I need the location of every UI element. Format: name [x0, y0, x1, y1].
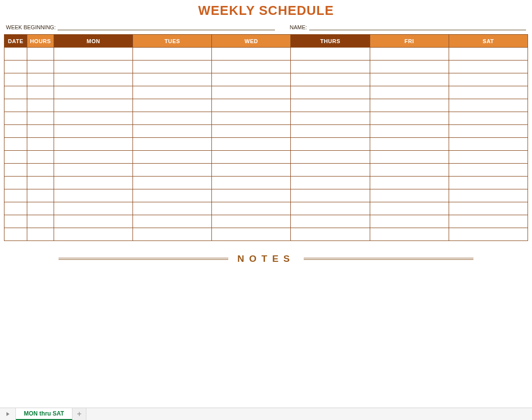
table-cell[interactable]	[212, 151, 291, 164]
table-cell[interactable]	[54, 189, 133, 202]
table-cell[interactable]	[449, 189, 528, 202]
table-cell[interactable]	[54, 177, 133, 189]
tab-nav-next-button[interactable]	[0, 408, 16, 420]
table-cell[interactable]	[54, 73, 133, 86]
table-cell[interactable]	[4, 73, 27, 86]
table-cell[interactable]	[370, 138, 449, 151]
table-cell[interactable]	[370, 164, 449, 177]
table-cell[interactable]	[133, 125, 212, 138]
table-cell[interactable]	[370, 86, 449, 99]
table-cell[interactable]	[27, 73, 54, 86]
table-cell[interactable]	[54, 99, 133, 112]
table-cell[interactable]	[291, 125, 370, 138]
table-cell[interactable]	[4, 202, 27, 215]
table-cell[interactable]	[133, 86, 212, 99]
table-cell[interactable]	[449, 202, 528, 215]
table-cell[interactable]	[54, 86, 133, 99]
table-cell[interactable]	[370, 125, 449, 138]
table-cell[interactable]	[449, 125, 528, 138]
name-input-line[interactable]	[309, 24, 526, 30]
table-cell[interactable]	[212, 73, 291, 86]
table-cell[interactable]	[449, 138, 528, 151]
table-cell[interactable]	[212, 99, 291, 112]
table-cell[interactable]	[212, 228, 291, 241]
table-cell[interactable]	[212, 164, 291, 177]
table-cell[interactable]	[291, 60, 370, 73]
table-cell[interactable]	[27, 60, 54, 73]
table-cell[interactable]	[291, 86, 370, 99]
table-cell[interactable]	[449, 60, 528, 73]
table-cell[interactable]	[370, 99, 449, 112]
table-cell[interactable]	[212, 125, 291, 138]
table-cell[interactable]	[54, 215, 133, 228]
table-cell[interactable]	[133, 99, 212, 112]
table-cell[interactable]	[449, 73, 528, 86]
table-cell[interactable]	[370, 189, 449, 202]
table-cell[interactable]	[4, 99, 27, 112]
table-cell[interactable]	[133, 189, 212, 202]
table-cell[interactable]	[4, 228, 27, 241]
table-cell[interactable]	[370, 177, 449, 189]
table-cell[interactable]	[291, 202, 370, 215]
table-cell[interactable]	[370, 73, 449, 86]
table-cell[interactable]	[449, 228, 528, 241]
table-cell[interactable]	[370, 215, 449, 228]
table-cell[interactable]	[370, 228, 449, 241]
table-cell[interactable]	[27, 151, 54, 164]
table-cell[interactable]	[27, 228, 54, 241]
table-cell[interactable]	[133, 228, 212, 241]
table-cell[interactable]	[291, 215, 370, 228]
table-cell[interactable]	[133, 60, 212, 73]
table-cell[interactable]	[212, 177, 291, 189]
table-cell[interactable]	[291, 228, 370, 241]
table-cell[interactable]	[291, 189, 370, 202]
table-cell[interactable]	[4, 164, 27, 177]
table-cell[interactable]	[449, 99, 528, 112]
table-cell[interactable]	[212, 60, 291, 73]
table-cell[interactable]	[27, 86, 54, 99]
table-cell[interactable]	[449, 151, 528, 164]
table-cell[interactable]	[449, 215, 528, 228]
table-cell[interactable]	[133, 138, 212, 151]
table-cell[interactable]	[133, 48, 212, 60]
table-cell[interactable]	[291, 138, 370, 151]
table-cell[interactable]	[54, 228, 133, 241]
table-cell[interactable]	[27, 177, 54, 189]
table-cell[interactable]	[449, 177, 528, 189]
table-cell[interactable]	[291, 73, 370, 86]
add-sheet-button[interactable]: +	[72, 408, 86, 420]
table-cell[interactable]	[133, 164, 212, 177]
table-cell[interactable]	[4, 177, 27, 189]
table-cell[interactable]	[212, 202, 291, 215]
table-cell[interactable]	[133, 215, 212, 228]
table-cell[interactable]	[4, 215, 27, 228]
table-cell[interactable]	[449, 48, 528, 60]
sheet-tab-active[interactable]: MON thru SAT	[16, 408, 72, 420]
table-cell[interactable]	[212, 86, 291, 99]
table-cell[interactable]	[370, 112, 449, 125]
table-cell[interactable]	[4, 151, 27, 164]
table-cell[interactable]	[291, 48, 370, 60]
table-cell[interactable]	[291, 177, 370, 189]
table-cell[interactable]	[212, 215, 291, 228]
table-cell[interactable]	[27, 138, 54, 151]
table-cell[interactable]	[133, 177, 212, 189]
table-cell[interactable]	[27, 99, 54, 112]
table-cell[interactable]	[212, 138, 291, 151]
table-cell[interactable]	[212, 189, 291, 202]
table-cell[interactable]	[4, 138, 27, 151]
table-cell[interactable]	[370, 202, 449, 215]
table-cell[interactable]	[133, 73, 212, 86]
table-cell[interactable]	[133, 112, 212, 125]
table-cell[interactable]	[212, 48, 291, 60]
table-cell[interactable]	[54, 164, 133, 177]
week-beginning-input-line[interactable]	[58, 24, 274, 30]
table-cell[interactable]	[4, 48, 27, 60]
table-cell[interactable]	[4, 125, 27, 138]
table-cell[interactable]	[133, 151, 212, 164]
table-cell[interactable]	[27, 48, 54, 60]
table-cell[interactable]	[449, 86, 528, 99]
table-cell[interactable]	[4, 86, 27, 99]
table-cell[interactable]	[291, 99, 370, 112]
table-cell[interactable]	[27, 125, 54, 138]
